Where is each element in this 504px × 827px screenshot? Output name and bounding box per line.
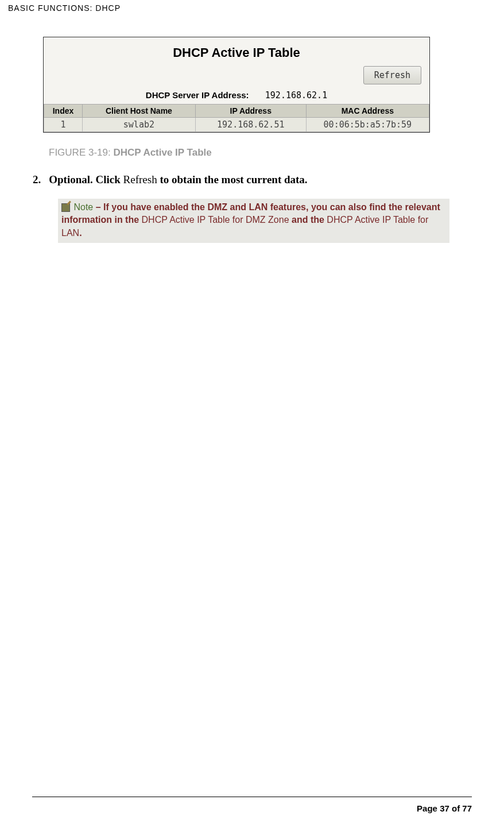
- step-bold-2: to obtain the most current data.: [157, 173, 308, 186]
- refresh-button[interactable]: Refresh: [363, 66, 421, 84]
- cell-mac: 00:06:5b:a5:7b:59: [306, 118, 429, 132]
- note-icon: [61, 203, 70, 212]
- dhcp-figure: DHCP Active IP Table Refresh DHCP Server…: [43, 37, 430, 133]
- note-bold-2: and the: [289, 215, 327, 225]
- dhcp-table: Index Client Host Name IP Address MAC Ad…: [44, 104, 429, 132]
- server-ip-row: DHCP Server IP Address: 192.168.62.1: [44, 88, 429, 104]
- col-host-header: Client Host Name: [83, 105, 196, 118]
- page-header: BASIC FUNCTIONS: DHCP: [8, 3, 121, 13]
- step-number: 2.: [33, 173, 41, 186]
- figure-title: DHCP Active IP Table: [44, 37, 429, 64]
- step-2: 2.Optional. Click Refresh to obtain the …: [33, 173, 308, 186]
- figure-caption: FIGURE 3-19: DHCP Active IP Table: [49, 147, 212, 159]
- step-bold-1: Optional. Click: [49, 173, 123, 186]
- footer-divider: [32, 797, 472, 797]
- col-ip-header: IP Address: [195, 105, 306, 118]
- col-index-header: Index: [44, 105, 83, 118]
- cell-index: 1: [44, 118, 83, 132]
- step-plain: Refresh: [123, 173, 157, 186]
- col-mac-header: MAC Address: [306, 105, 429, 118]
- table-header-row: Index Client Host Name IP Address MAC Ad…: [44, 105, 429, 118]
- figure-caption-name: DHCP Active IP Table: [113, 147, 211, 158]
- note-bold-3: .: [79, 228, 82, 238]
- server-ip-label: DHCP Server IP Address:: [146, 90, 249, 100]
- note-box: Note – If you have enabled the DMZ and L…: [58, 199, 449, 243]
- note-dash: –: [93, 202, 103, 212]
- note-plain-1: DHCP Active IP Table for DMZ Zone: [142, 215, 289, 225]
- note-label: Note: [73, 202, 93, 212]
- table-row: 1 swlab2 192.168.62.51 00:06:5b:a5:7b:59: [44, 118, 429, 132]
- figure-caption-prefix: FIGURE 3-19:: [49, 147, 113, 158]
- server-ip-value: 192.168.62.1: [265, 90, 327, 101]
- page-number: Page 37 of 77: [417, 803, 472, 813]
- refresh-row: Refresh: [44, 64, 429, 88]
- cell-host: swlab2: [83, 118, 196, 132]
- cell-ip: 192.168.62.51: [195, 118, 306, 132]
